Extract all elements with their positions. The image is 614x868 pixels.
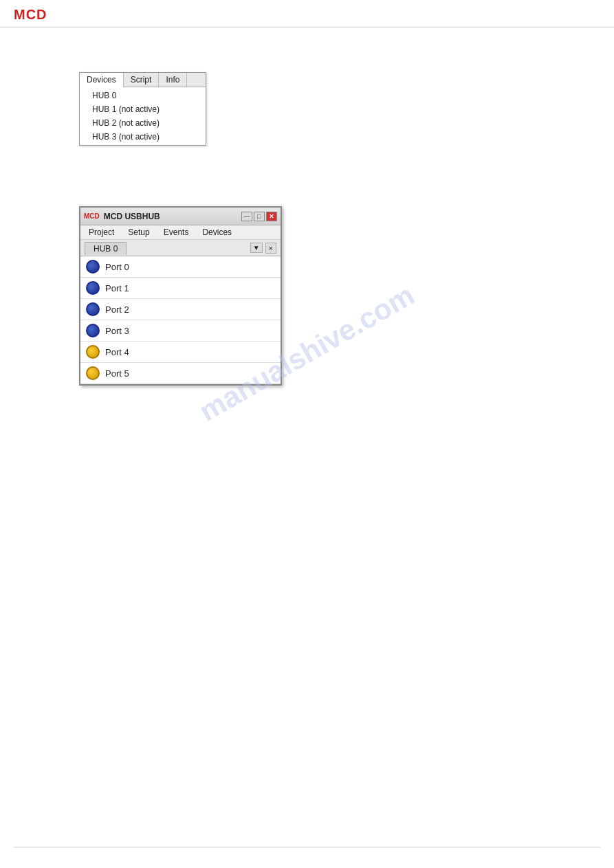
close-button[interactable]: ✕ xyxy=(266,212,277,221)
restore-button[interactable]: □ xyxy=(254,212,265,221)
widget1-tabs: Devices Script Info xyxy=(80,73,206,87)
titlebar-title: MCD USBHUB xyxy=(104,212,241,221)
port-label-1: Port 1 xyxy=(105,283,129,293)
menu-setup[interactable]: Setup xyxy=(125,227,152,238)
port-item-3[interactable]: Port 3 xyxy=(80,320,281,342)
tab-close-button[interactable]: × xyxy=(265,243,276,254)
tabbar: HUB 0 ▼ × xyxy=(80,240,281,256)
tab-controls: ▼ × xyxy=(250,243,276,254)
port-label-0: Port 0 xyxy=(105,262,129,272)
list-item[interactable]: HUB 0 xyxy=(80,89,206,102)
minimize-button[interactable]: — xyxy=(241,212,252,221)
tab-script[interactable]: Script xyxy=(124,73,160,87)
list-item[interactable]: HUB 1 (not active) xyxy=(80,102,206,116)
widget1-list: HUB 0 HUB 1 (not active) HUB 2 (not acti… xyxy=(80,87,206,145)
titlebar-logo: MCD xyxy=(84,212,100,220)
widget2-container: MCD MCD USBHUB — □ ✕ Project Setup Event… xyxy=(79,206,282,386)
port-list: Port 0 Port 1 Port 2 Port 3 Port 4 Port xyxy=(80,256,281,384)
titlebar-buttons: — □ ✕ xyxy=(241,212,277,221)
header: MCD xyxy=(0,0,614,27)
list-item[interactable]: HUB 2 (not active) xyxy=(80,116,206,130)
menu-project[interactable]: Project xyxy=(86,227,117,238)
menu-events[interactable]: Events xyxy=(161,227,192,238)
port-status-indicator-4 xyxy=(86,345,100,359)
menubar: Project Setup Events Devices xyxy=(80,225,281,240)
port-item-4[interactable]: Port 4 xyxy=(80,342,281,363)
port-label-2: Port 2 xyxy=(105,304,129,315)
widget1-panel: Devices Script Info HUB 0 HUB 1 (not act… xyxy=(79,72,206,146)
list-item[interactable]: HUB 3 (not active) xyxy=(80,130,206,144)
port-item-1[interactable]: Port 1 xyxy=(80,278,281,299)
menu-devices[interactable]: Devices xyxy=(199,227,234,238)
widget1-container: Devices Script Info HUB 0 HUB 1 (not act… xyxy=(79,72,206,146)
tab-dropdown-button[interactable]: ▼ xyxy=(250,243,263,253)
port-status-indicator-5 xyxy=(86,366,100,380)
port-status-indicator-1 xyxy=(86,281,100,295)
port-label-5: Port 5 xyxy=(105,368,129,379)
hub0-tab[interactable]: HUB 0 xyxy=(85,242,127,255)
port-label-4: Port 4 xyxy=(105,347,129,357)
port-item-0[interactable]: Port 0 xyxy=(80,256,281,278)
port-status-indicator-0 xyxy=(86,260,100,274)
titlebar: MCD MCD USBHUB — □ ✕ xyxy=(80,208,281,225)
footer-divider xyxy=(14,847,600,847)
port-status-indicator-3 xyxy=(86,324,100,337)
mcd-logo: MCD xyxy=(14,7,47,22)
tab-info[interactable]: Info xyxy=(159,73,187,87)
port-status-indicator-2 xyxy=(86,302,100,316)
tab-devices[interactable]: Devices xyxy=(80,73,124,87)
port-label-3: Port 3 xyxy=(105,326,129,336)
widget2-window: MCD MCD USBHUB — □ ✕ Project Setup Event… xyxy=(79,206,282,386)
port-item-2[interactable]: Port 2 xyxy=(80,299,281,320)
port-item-5[interactable]: Port 5 xyxy=(80,363,281,384)
